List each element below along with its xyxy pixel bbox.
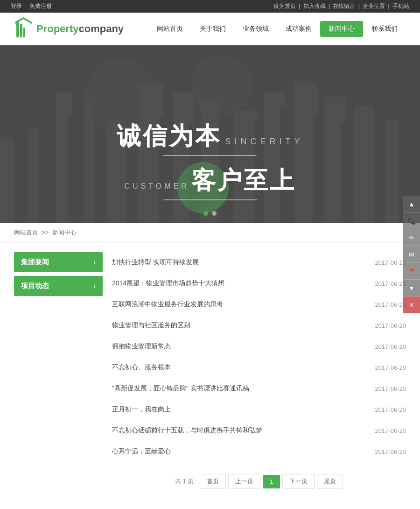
pagination: 共 1 页 首页 上一页 1 下一页 尾页 [112, 462, 406, 503]
nav-business[interactable]: 业务领域 [234, 21, 277, 37]
top-bar: 登录 免费注册 设为首页 | 加入收藏 | 在线留言 | 企业位置 | 手机站 [0, 0, 420, 13]
nav-cases[interactable]: 成功案例 [277, 21, 320, 37]
nav-contact[interactable]: 联系我们 [363, 21, 406, 37]
sidebar-arrow-1: › [94, 259, 96, 266]
hero-circle-2 [191, 55, 252, 115]
breadcrumb-separator: >> [40, 229, 52, 236]
hero-dots [203, 211, 217, 216]
news-title-8: 不忘初心砥砺前行十五载，与时俱进携手共铸和弘梦 [112, 426, 262, 435]
news-item-3[interactable]: 物业管理与社区服务的区别 2017-06-20 [112, 315, 406, 336]
breadcrumb-home[interactable]: 网站首页 [14, 229, 38, 236]
float-phone-btn[interactable]: 📞 [403, 212, 420, 229]
news-title-3: 物业管理与社区服务的区别 [112, 321, 190, 330]
news-date-1: 2017-06-20 [375, 280, 406, 287]
news-date-7: 2017-06-20 [375, 406, 406, 413]
news-item-1[interactable]: 2014展望：物业管理市场趋势十大猜想 2017-06-20 [112, 273, 406, 294]
location-link[interactable]: 企业位置 [363, 3, 385, 9]
news-item-2[interactable]: 互联网浪潮中物业服务行业发展的思考 2017-06-20 [112, 294, 406, 315]
news-list: 加快行业转型 实现可持续发展 2017-06-20 2014展望：物业管理市场趋… [112, 252, 406, 503]
hero-divider-1 [163, 155, 257, 156]
news-date-6: 2017-06-20 [375, 385, 406, 392]
total-pages-info: 共 1 页 [175, 477, 194, 486]
breadcrumb: 网站首页 >> 新闻中心 [0, 223, 420, 243]
float-up-btn[interactable]: ▲ [403, 196, 420, 212]
news-date-5: 2017-06-20 [375, 364, 406, 371]
news-item-9[interactable]: 心系宁远，至献爱心 2017-06-20 [112, 441, 406, 462]
register-link[interactable]: 免费注册 [29, 3, 52, 9]
set-home-link[interactable]: 设为首页 [273, 3, 296, 9]
news-item-4[interactable]: 拥抱物业管理新常态 2017-06-20 [112, 336, 406, 357]
news-item-8[interactable]: 不忘初心砥砺前行十五载，与时俱进携手共铸和弘梦 2017-06-20 [112, 420, 406, 441]
float-close-btn[interactable]: ✕ [403, 297, 420, 313]
news-title-7: 正月初一，我在岗上 [112, 405, 171, 414]
news-title-6: "高新促发展，匠心铸品牌" 实书漂讲比赛通讯稿 [112, 384, 249, 393]
hero-sincerity-text: 诚信为本 SINCERITY [117, 120, 304, 158]
sidebar-arrow-2: › [94, 283, 96, 290]
hero-dot-2[interactable] [212, 211, 217, 216]
mobile-link[interactable]: 手机站 [392, 3, 409, 9]
breadcrumb-current: 新闻中心 [52, 229, 77, 236]
float-location-btn[interactable]: 📍 [403, 263, 420, 280]
nav-home[interactable]: 网站首页 [148, 21, 191, 37]
hero-banner: 诚信为本 SINCERITY CUSTOMER 客户至上 [0, 45, 420, 223]
logo[interactable]: Propertycompany [14, 17, 124, 41]
news-item-7[interactable]: 正月初一，我在岗上 2017-06-20 [112, 399, 406, 420]
svg-rect-2 [23, 28, 25, 37]
nav-news[interactable]: 新闻中心 [320, 21, 363, 37]
news-date-4: 2017-06-20 [375, 343, 406, 350]
top-bar-right: 设为首页 | 加入收藏 | 在线留言 | 企业位置 | 手机站 [272, 2, 411, 10]
news-title-0: 加快行业转型 实现可持续发展 [112, 258, 199, 267]
news-date-9: 2017-06-20 [375, 448, 406, 455]
float-buttons: ▲ 📞 ✏ ✉ 📍 ▼ ✕ [403, 196, 420, 313]
news-date-3: 2017-06-20 [375, 322, 406, 329]
news-item-5[interactable]: 不忘初心、服务根本 2017-06-20 [112, 357, 406, 378]
logo-text: Propertycompany [36, 23, 124, 35]
news-date-2: 2017-06-20 [375, 301, 406, 308]
news-title-1: 2014展望：物业管理市场趋势十大猜想 [112, 279, 224, 288]
svg-rect-0 [16, 21, 19, 37]
news-title-9: 心系宁远，至献爱心 [112, 447, 171, 456]
first-page-btn[interactable]: 首页 [200, 474, 226, 489]
add-favorite-link[interactable]: 加入收藏 [303, 3, 326, 9]
news-date-8: 2017-06-20 [375, 427, 406, 434]
news-title-5: 不忘初心、服务根本 [112, 363, 171, 372]
svg-rect-1 [20, 24, 22, 37]
sidebar: 集团要闻 › 项目动态 › [14, 252, 103, 503]
hero-dot-1[interactable] [203, 211, 208, 216]
sidebar-item-project-dynamics[interactable]: 项目动态 › [14, 276, 103, 296]
current-page-btn[interactable]: 1 [263, 475, 280, 488]
news-title-4: 拥抱物业管理新常态 [112, 342, 171, 351]
next-page-btn[interactable]: 下一页 [282, 474, 315, 489]
login-link[interactable]: 登录 [11, 3, 22, 9]
float-email-btn[interactable]: ✉ [403, 246, 420, 263]
hero-customer-text: CUSTOMER 客户至上 [124, 164, 295, 203]
hero-divider-2 [163, 199, 257, 200]
top-bar-left: 登录 免费注册 [9, 2, 53, 10]
news-item-6[interactable]: "高新促发展，匠心铸品牌" 实书漂讲比赛通讯稿 2017-06-20 [112, 378, 406, 399]
header: Propertycompany 网站首页 关于我们 业务领域 成功案例 新闻中心… [0, 13, 420, 45]
float-down-btn[interactable]: ▼ [403, 280, 420, 297]
prev-page-btn[interactable]: 上一页 [228, 474, 260, 489]
float-edit-btn[interactable]: ✏ [403, 229, 420, 246]
online-msg-link[interactable]: 在线留言 [333, 3, 355, 9]
news-title-2: 互联网浪潮中物业服务行业发展的思考 [112, 300, 223, 309]
nav-about[interactable]: 关于我们 [191, 21, 234, 37]
news-date-0: 2017-06-20 [375, 259, 406, 266]
news-item-0[interactable]: 加快行业转型 实现可持续发展 2017-06-20 [112, 252, 406, 273]
main-nav: 网站首页 关于我们 业务领域 成功案例 新闻中心 联系我们 [148, 21, 406, 37]
last-page-btn[interactable]: 尾页 [317, 474, 343, 489]
main-content: 集团要闻 › 项目动态 › 加快行业转型 实现可持续发展 2017-06-20 … [0, 243, 420, 509]
sidebar-item-group-news[interactable]: 集团要闻 › [14, 252, 103, 272]
